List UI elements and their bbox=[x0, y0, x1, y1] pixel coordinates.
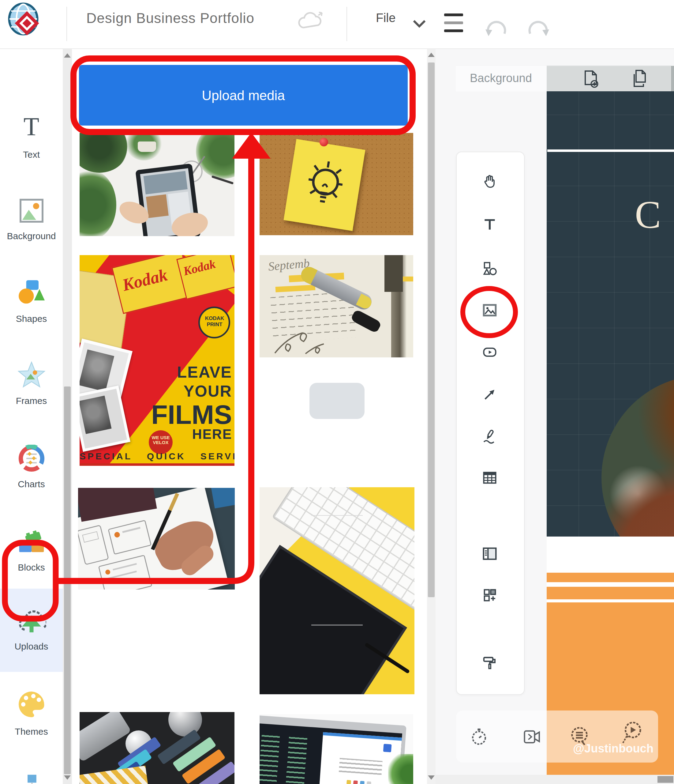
tools-palette bbox=[456, 152, 525, 695]
undo-icon[interactable] bbox=[482, 13, 511, 37]
pan-hand-tool-icon[interactable] bbox=[482, 173, 498, 189]
blocks-add-tool-icon[interactable] bbox=[482, 587, 498, 603]
deco bbox=[79, 464, 235, 466]
sidebar-item-text[interactable]: Text bbox=[0, 149, 63, 160]
deco bbox=[353, 780, 358, 784]
deco bbox=[367, 781, 371, 784]
scroll-down-arrow[interactable] bbox=[64, 775, 71, 780]
blocks-icon[interactable] bbox=[17, 529, 46, 556]
text-tool-icon[interactable] bbox=[482, 217, 497, 232]
shapes-icon[interactable] bbox=[17, 279, 46, 308]
cloud-sync-icon bbox=[296, 9, 327, 34]
media-thumbnail-kodak-poster[interactable]: Kodak Kodak KODAK PRINT LEAVE YOUR FILMS… bbox=[79, 255, 235, 466]
deco bbox=[403, 277, 413, 282]
divider bbox=[67, 7, 67, 41]
plant bbox=[388, 754, 413, 784]
video-tool-icon[interactable] bbox=[482, 344, 498, 360]
arrow-tool-icon[interactable] bbox=[482, 386, 498, 403]
add-page-icon[interactable] bbox=[580, 69, 600, 89]
poster-footer: SPECIAL QUICK SERVICE bbox=[79, 451, 235, 462]
app-logo-icon[interactable] bbox=[8, 2, 40, 37]
code-lines bbox=[259, 734, 314, 784]
canvas-stripe bbox=[547, 587, 674, 599]
sidebar-scrollbar-thumb[interactable] bbox=[64, 386, 71, 774]
sidebar-item-themes[interactable]: Themes bbox=[0, 726, 63, 737]
page-label[interactable]: Background bbox=[470, 72, 532, 85]
media-thumbnail-swatches[interactable] bbox=[79, 712, 235, 784]
uploads-scrollbar[interactable] bbox=[427, 49, 436, 784]
top-bar: Design Business Portfolio File bbox=[0, 0, 674, 49]
media-thumbnail-yellow-desk[interactable] bbox=[259, 487, 415, 694]
screen-record-icon[interactable] bbox=[522, 728, 542, 745]
badge-text: KODAK PRINT bbox=[202, 316, 227, 328]
scroll-up-arrow[interactable] bbox=[64, 53, 71, 58]
sidebar-scrollbar[interactable] bbox=[63, 49, 72, 784]
deco bbox=[356, 294, 373, 311]
charts-icon[interactable] bbox=[18, 445, 45, 472]
draw-signature-tool-icon[interactable] bbox=[481, 428, 498, 445]
divider bbox=[346, 7, 347, 41]
image-tool-icon[interactable] bbox=[482, 302, 498, 318]
kodak-print-badge: KODAK PRINT bbox=[198, 306, 230, 338]
upload-media-button[interactable]: Upload media bbox=[79, 65, 408, 126]
push-pin bbox=[320, 138, 328, 146]
tools-divider bbox=[311, 515, 363, 516]
canvas-hscrollbar-thumb[interactable] bbox=[657, 776, 673, 783]
poster-line4: HERE bbox=[171, 426, 232, 442]
frames-icon[interactable] bbox=[18, 361, 45, 389]
deco bbox=[79, 133, 129, 173]
uploads-cloud-icon[interactable] bbox=[17, 607, 46, 635]
shapes-tool-icon[interactable] bbox=[482, 261, 498, 277]
duplicate-page-icon[interactable] bbox=[630, 69, 649, 89]
background-icon[interactable] bbox=[19, 198, 44, 224]
badge-text: WE USE VELOX bbox=[151, 435, 170, 445]
canvas-divider-line bbox=[547, 149, 674, 152]
canvas-stripe bbox=[547, 573, 674, 582]
media-thumbnail-laptop[interactable] bbox=[259, 714, 413, 784]
app-window: Design Business Portfolio File T Text bbox=[0, 0, 674, 784]
layout-sidebar-tool-icon[interactable] bbox=[481, 545, 498, 562]
paint-roller-tool-icon[interactable] bbox=[481, 655, 498, 671]
deco bbox=[144, 171, 188, 194]
diagrams-icon[interactable] bbox=[17, 773, 46, 784]
deco bbox=[383, 744, 392, 753]
media-thumbnail-wireframe[interactable] bbox=[78, 488, 235, 590]
hamburger-menu-icon[interactable] bbox=[444, 14, 463, 32]
laptop-body bbox=[259, 715, 407, 784]
media-thumbnail-plants-tablet[interactable] bbox=[79, 133, 235, 236]
uploads-scrollbar-thumb[interactable] bbox=[428, 62, 435, 597]
sticky-note bbox=[283, 139, 365, 231]
design-canvas[interactable]: C bbox=[547, 91, 674, 775]
timer-icon[interactable] bbox=[469, 726, 489, 747]
sidebar-item-frames[interactable]: Frames bbox=[0, 396, 63, 406]
sidebar-nav: T Text Background Shapes Frames bbox=[0, 49, 63, 784]
media-thumbnail-calendar[interactable]: Septemb bbox=[259, 255, 413, 358]
themes-palette-icon[interactable] bbox=[17, 690, 46, 719]
poster-brand: Kodak bbox=[120, 265, 169, 295]
sidebar-item-shapes[interactable]: Shapes bbox=[0, 314, 63, 324]
poster-line1: LEAVE bbox=[155, 363, 232, 381]
poster-line3: FILMS bbox=[143, 399, 232, 430]
chevron-down-icon[interactable] bbox=[412, 19, 427, 30]
sidebar-item-blocks[interactable]: Blocks bbox=[0, 562, 63, 573]
deco bbox=[79, 396, 112, 434]
deco bbox=[360, 781, 365, 784]
watermark-text: @Justinbouch bbox=[573, 742, 674, 755]
deco bbox=[146, 194, 169, 218]
deco bbox=[346, 780, 351, 784]
lightbulb-sketch-icon bbox=[296, 149, 354, 218]
document-title[interactable]: Design Business Portfolio bbox=[86, 10, 254, 26]
media-thumbnail-cork-note[interactable] bbox=[259, 133, 413, 235]
canvas-heading-text[interactable]: C bbox=[635, 192, 661, 237]
sidebar-item-uploads[interactable]: Uploads bbox=[0, 641, 63, 652]
file-menu[interactable]: File bbox=[376, 11, 396, 25]
deco bbox=[79, 349, 114, 392]
table-tool-icon[interactable] bbox=[482, 470, 498, 486]
scroll-up-arrow[interactable] bbox=[428, 53, 435, 57]
scroll-down-arrow[interactable] bbox=[428, 775, 435, 780]
text-icon[interactable]: T bbox=[23, 114, 39, 140]
canvas-hscrollbar[interactable] bbox=[436, 775, 674, 784]
sidebar-item-background[interactable]: Background bbox=[0, 231, 63, 241]
sidebar-item-charts[interactable]: Charts bbox=[0, 479, 63, 489]
redo-icon[interactable] bbox=[524, 13, 552, 37]
